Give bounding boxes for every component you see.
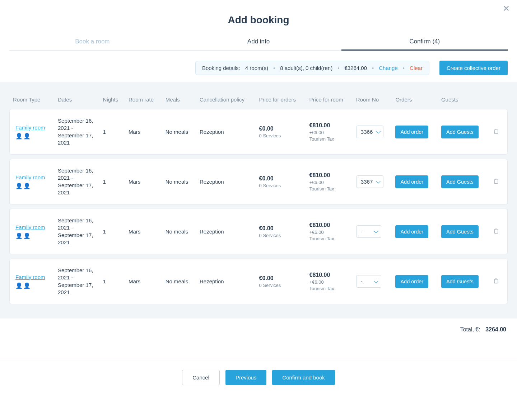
previous-button[interactable]: Previous	[225, 370, 266, 385]
order-price: €0.00	[259, 275, 302, 282]
order-services: 0 Services	[259, 133, 302, 138]
room-type-link[interactable]: Family room	[15, 224, 51, 230]
nights-cell: 1	[99, 209, 125, 254]
guest-icon: 👤👤	[15, 133, 51, 140]
col-meals: Meals	[162, 92, 196, 109]
booking-summary: Booking details: 4 room(s) • 8 adult(s),…	[195, 61, 429, 75]
add-order-button[interactable]: Add order	[395, 275, 428, 288]
separator-icon: •	[337, 65, 339, 71]
room-tax-label: Tourism Tax	[309, 136, 349, 142]
dates-cell: September 16, 2021 - September 17, 2021	[54, 109, 99, 155]
add-order-button[interactable]: Add order	[395, 225, 428, 238]
room-tax-amount: +€6.00	[309, 279, 349, 285]
rate-cell: Mars	[125, 259, 162, 304]
col-price-room: Price for room	[306, 92, 352, 109]
room-price: €810.00	[309, 172, 349, 179]
order-price: €0.00	[259, 225, 302, 232]
add-guests-button[interactable]: Add Guests	[441, 175, 479, 188]
rate-cell: Mars	[125, 209, 162, 254]
summary-guests: 8 adult(s), 0 child(ren)	[280, 65, 332, 71]
confirm-and-book-button[interactable]: Confirm and book	[272, 370, 335, 385]
room-price: €810.00	[309, 222, 349, 228]
col-room-type: Room Type	[9, 92, 54, 109]
tabs: Book a room Add info Confirm (4)	[9, 33, 508, 51]
order-services: 0 Services	[259, 183, 302, 188]
guest-icon: 👤👤	[15, 183, 51, 189]
room-tax-amount: +€6.00	[309, 180, 349, 185]
add-guests-button[interactable]: Add Guests	[441, 126, 479, 138]
room-tax-amount: +€6.00	[309, 130, 349, 135]
total-label: Total, €:	[460, 326, 480, 332]
table-row: Family room 👤👤 September 16, 2021 - Sept…	[9, 109, 508, 155]
rate-cell: Mars	[125, 109, 162, 155]
create-collective-order-button[interactable]: Create collective order	[439, 61, 508, 75]
guest-icon: 👤👤	[15, 282, 51, 289]
trash-icon[interactable]	[492, 227, 500, 236]
tab-add-info[interactable]: Add info	[176, 33, 342, 50]
modal-title: Add booking	[0, 14, 517, 26]
dates-cell: September 16, 2021 - September 17, 2021	[54, 209, 99, 254]
add-guests-button[interactable]: Add Guests	[441, 275, 479, 288]
room-no-select[interactable]: 3366	[356, 126, 383, 138]
col-price-orders: Price for orders	[256, 92, 306, 109]
dates-cell: September 16, 2021 - September 17, 2021	[54, 259, 99, 304]
order-price: €0.00	[259, 175, 302, 182]
room-price: €810.00	[309, 272, 349, 278]
meals-cell: No meals	[162, 259, 196, 304]
room-no-select[interactable]: -	[356, 275, 381, 288]
room-type-link[interactable]: Family room	[15, 124, 51, 131]
tab-book-room[interactable]: Book a room	[9, 33, 176, 50]
table-row: Family room 👤👤 September 16, 2021 - Sept…	[9, 209, 508, 254]
col-orders: Orders	[392, 92, 438, 109]
separator-icon: •	[372, 65, 374, 71]
cancel-cell: Rezeption	[196, 209, 256, 254]
room-type-link[interactable]: Family room	[15, 174, 51, 180]
summary-label: Booking details:	[202, 65, 240, 71]
total-value: 3264.00	[485, 326, 506, 332]
room-type-link[interactable]: Family room	[15, 274, 51, 280]
clear-link[interactable]: Clear	[410, 65, 423, 71]
summary-total: €3264.00	[344, 65, 367, 71]
cancel-cell: Rezeption	[196, 109, 256, 155]
add-guests-button[interactable]: Add Guests	[441, 225, 479, 238]
add-order-button[interactable]: Add order	[395, 175, 428, 188]
guest-icon: 👤👤	[15, 232, 51, 239]
separator-icon: •	[403, 65, 405, 71]
add-order-button[interactable]: Add order	[395, 126, 428, 138]
dates-cell: September 16, 2021 - September 17, 2021	[54, 159, 99, 204]
trash-icon[interactable]	[492, 127, 500, 137]
room-no-select[interactable]: -	[356, 225, 381, 238]
col-cancel: Cancellation policy	[196, 92, 256, 109]
room-tax-label: Tourism Tax	[309, 236, 349, 241]
cancel-cell: Rezeption	[196, 259, 256, 304]
tab-confirm[interactable]: Confirm (4)	[341, 33, 508, 50]
nights-cell: 1	[99, 159, 125, 204]
nights-cell: 1	[99, 109, 125, 155]
col-nights: Nights	[99, 92, 125, 109]
table-row: Family room 👤👤 September 16, 2021 - Sept…	[9, 259, 508, 304]
rate-cell: Mars	[125, 159, 162, 204]
meals-cell: No meals	[162, 109, 196, 155]
col-room-no: Room No	[353, 92, 392, 109]
trash-icon[interactable]	[492, 277, 500, 286]
room-tax-label: Tourism Tax	[309, 186, 349, 192]
meals-cell: No meals	[162, 159, 196, 204]
order-price: €0.00	[259, 126, 302, 132]
room-tax-label: Tourism Tax	[309, 286, 349, 291]
order-services: 0 Services	[259, 233, 302, 238]
cancel-cell: Rezeption	[196, 159, 256, 204]
table-row: Family room 👤👤 September 16, 2021 - Sept…	[9, 159, 508, 204]
cancel-button[interactable]: Cancel	[182, 370, 220, 385]
close-icon[interactable]: ✕	[503, 4, 510, 13]
col-dates: Dates	[54, 92, 99, 109]
room-no-select[interactable]: 3367	[356, 175, 383, 188]
room-tax-amount: +€6.00	[309, 230, 349, 235]
meals-cell: No meals	[162, 209, 196, 254]
separator-icon: •	[273, 65, 275, 71]
table-header: Room Type Dates Nights Room rate Meals C…	[9, 92, 508, 109]
trash-icon[interactable]	[492, 177, 500, 187]
nights-cell: 1	[99, 259, 125, 304]
col-rate: Room rate	[125, 92, 162, 109]
order-services: 0 Services	[259, 283, 302, 288]
change-link[interactable]: Change	[379, 65, 398, 71]
